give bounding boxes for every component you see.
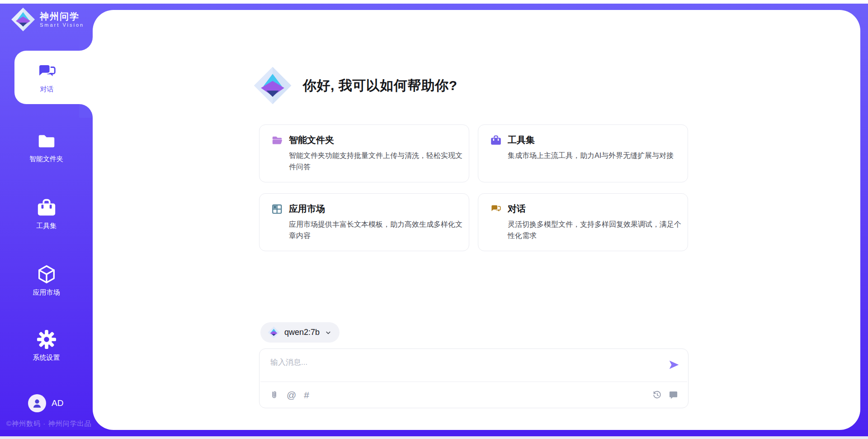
model-selector[interactable]: qwen2:7b xyxy=(260,322,340,343)
window-bottom-edge xyxy=(0,436,868,439)
card-description: 应用市场提供丰富长文本模板，助力高效生成多样化文章内容 xyxy=(289,219,464,241)
sidebar-item-chat[interactable]: 对话 xyxy=(14,51,93,104)
sidebar-item-label: 应用市场 xyxy=(33,288,60,297)
message-input[interactable] xyxy=(269,356,651,378)
tab-curve-top xyxy=(79,37,93,51)
hash-icon[interactable]: # xyxy=(304,390,309,400)
gear-icon xyxy=(36,329,57,350)
attachment-icon[interactable] xyxy=(269,390,279,400)
copyright-text: ©神州数码 · 神州问学出品 xyxy=(6,420,91,428)
user-account[interactable]: AD xyxy=(28,394,63,412)
mention-icon[interactable]: @ xyxy=(287,390,296,400)
sidebar-item-label: 工具集 xyxy=(36,222,57,230)
sidebar-item-app-market[interactable]: 应用市场 xyxy=(0,264,93,297)
user-initials: AD xyxy=(52,398,63,408)
model-diamond-icon xyxy=(268,326,280,339)
message-composer: @ # xyxy=(259,348,689,408)
avatar xyxy=(28,394,46,412)
person-icon xyxy=(31,397,43,409)
send-button[interactable] xyxy=(668,359,680,371)
chat-icon xyxy=(490,203,502,215)
tab-curve-bottom xyxy=(79,104,93,118)
cube-icon xyxy=(36,264,57,285)
feature-cards: 智能文件夹 智能文件夹功能支持批量文件上传与清洗，轻松实现文件问答 xyxy=(259,124,688,251)
card-toolset[interactable]: 工具集 集成市场上主流工具，助力AI与外界无缝扩展与对接 xyxy=(478,124,688,182)
brand-name: 神州问学 xyxy=(40,11,84,22)
app-window: 神州问学 Smart Vision 对话 智能文件夹 xyxy=(0,0,868,439)
window-top-edge xyxy=(0,0,868,4)
folder-icon xyxy=(36,130,57,151)
sidebar-item-label: 系统设置 xyxy=(33,353,60,362)
card-title: 工具集 xyxy=(508,134,535,146)
chat-icon xyxy=(37,62,57,82)
brand-diamond-icon xyxy=(11,7,35,32)
card-chat[interactable]: 对话 灵活切换多模型文件，支持多样回复效果调试，满足个性化需求 xyxy=(478,193,688,251)
window-bottom-bar xyxy=(0,430,868,436)
assistant-diamond-icon xyxy=(253,66,292,105)
sidebar-item-toolset[interactable]: 工具集 xyxy=(0,197,93,230)
brand-subtitle: Smart Vision xyxy=(40,22,84,28)
card-title: 对话 xyxy=(508,203,526,215)
sidebar-item-label: 智能文件夹 xyxy=(29,155,63,163)
greeting-text: 你好, 我可以如何帮助你? xyxy=(303,76,458,95)
history-icon[interactable] xyxy=(652,390,662,400)
sidebar-item-settings[interactable]: 系统设置 xyxy=(0,329,93,362)
brand-logo: 神州问学 Smart Vision xyxy=(11,7,84,32)
send-icon xyxy=(668,359,680,371)
card-smart-folder[interactable]: 智能文件夹 智能文件夹功能支持批量文件上传与清洗，轻松实现文件问答 xyxy=(259,124,469,182)
card-app-market[interactable]: 应用市场 应用市场提供丰富长文本模板，助力高效生成多样化文章内容 xyxy=(259,193,469,251)
toolbox-icon xyxy=(490,134,502,146)
card-title: 智能文件夹 xyxy=(289,134,334,146)
card-title: 应用市场 xyxy=(289,203,325,215)
main-panel: 你好, 我可以如何帮助你? 智能文件夹 智能文件夹功能支持批量文件上传与清洗，轻… xyxy=(93,10,860,430)
card-description: 灵活切换多模型文件，支持多样回复效果调试，满足个性化需求 xyxy=(508,219,683,241)
comment-icon[interactable] xyxy=(669,390,678,400)
card-description: 智能文件夹功能支持批量文件上传与清洗，轻松实现文件问答 xyxy=(289,150,464,172)
folder-open-icon xyxy=(271,134,283,146)
model-name: qwen2:7b xyxy=(284,328,320,337)
chevron-down-icon xyxy=(324,329,332,337)
sidebar-item-smart-folder[interactable]: 智能文件夹 xyxy=(0,130,93,163)
cube-grid-icon xyxy=(271,203,283,215)
greeting: 你好, 我可以如何帮助你? xyxy=(253,66,458,105)
toolbox-icon xyxy=(36,197,57,218)
sidebar-item-label: 对话 xyxy=(40,85,54,94)
card-description: 集成市场上主流工具，助力AI与外界无缝扩展与对接 xyxy=(508,150,683,161)
